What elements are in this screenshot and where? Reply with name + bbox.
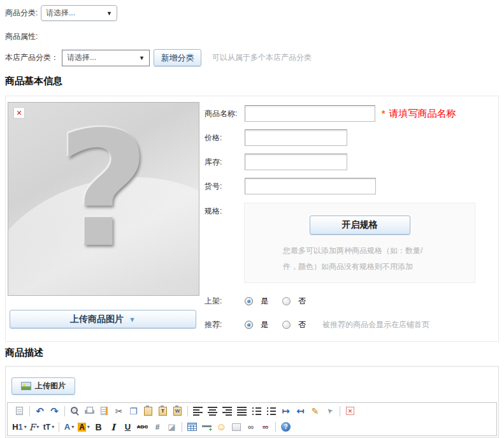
remove-format-icon[interactable]: ◪ (164, 421, 179, 434)
product-image-placeholder: ? ✕ (8, 102, 199, 296)
unordered-list-icon[interactable] (264, 405, 278, 418)
justify-icon[interactable] (234, 405, 249, 418)
price-row: 价格: (205, 129, 347, 146)
name-label: 商品名称: (205, 108, 245, 119)
chevron-down-icon: ▼ (129, 316, 136, 323)
category-row: 商品分类: 请选择... ▼ (5, 5, 117, 21)
category-select-value: 请选择... (46, 8, 75, 18)
product-edit-page: 商品分类: 请选择... ▼ 商品属性: 本店产品分类： 请选择... ▼ 新增… (0, 0, 504, 438)
toolbar-separator (29, 406, 30, 416)
onsale-no-label: 否 (298, 296, 306, 307)
spec-label: 规格: (205, 206, 245, 217)
preview-icon[interactable] (68, 405, 82, 418)
sku-row: 货号: (205, 178, 376, 194)
quick-edit-icon[interactable]: ✎ (308, 405, 322, 418)
upload-product-images-button[interactable]: 上传商品图片 ▼ (10, 310, 196, 328)
fullscreen-icon[interactable]: ✕ (343, 405, 357, 418)
ordered-list-icon[interactable] (249, 405, 264, 418)
strikethrough-icon[interactable]: ABC (135, 421, 150, 434)
line-height-icon[interactable]: # (150, 421, 164, 434)
upload-product-images-label: 上传商品图片 (70, 314, 124, 325)
recommend-no-radio[interactable] (282, 321, 291, 329)
source-icon[interactable] (12, 405, 27, 418)
remove-image-icon[interactable]: ✕ (13, 107, 25, 119)
toolbar-separator (64, 406, 65, 416)
toolbar-separator (275, 422, 276, 432)
recommend-yes-radio[interactable] (245, 321, 253, 329)
recommend-label: 推荐: (205, 319, 245, 330)
onsale-no-radio[interactable] (282, 297, 291, 305)
font-color-icon[interactable]: A▾ (62, 421, 76, 434)
price-input[interactable] (245, 129, 347, 146)
add-category-button[interactable]: 新增分类 (154, 49, 201, 66)
table-icon[interactable] (185, 421, 199, 434)
bold-icon[interactable]: B (91, 421, 106, 434)
description-panel: 上传图片 ↶ ↷ ✂ ❐ T W (5, 366, 499, 438)
media-icon[interactable] (229, 421, 243, 434)
onsale-yes-label: 是 (261, 296, 268, 307)
chevron-down-icon: ▼ (139, 55, 145, 61)
emoticon-icon[interactable]: ☺ (214, 421, 229, 434)
link-icon[interactable]: ∞ (243, 421, 258, 434)
editor-toolbar: ↶ ↷ ✂ ❐ T W ↦ ↤ ✎ ➤ (7, 402, 497, 436)
align-right-icon[interactable] (220, 405, 234, 418)
italic-icon[interactable]: I (106, 421, 120, 434)
spec-hint-line1: 您最多可以添加两种商品规格（如：数量/ (283, 243, 439, 259)
paste-text-icon[interactable]: T (155, 405, 170, 418)
category-label: 商品分类: (5, 8, 41, 18)
onsale-label: 上架: (205, 296, 245, 307)
onsale-yes-radio[interactable] (245, 297, 253, 305)
paste-word-icon[interactable]: W (170, 405, 185, 418)
upload-image-button[interactable]: 上传图片 (11, 377, 75, 395)
spec-hint: 您最多可以添加两种商品规格（如：数量/ 件，颜色）如商品没有规格则不用添加 (283, 243, 439, 275)
spec-label-row: 规格: (205, 203, 245, 219)
font-size-icon[interactable]: tT▾ (41, 421, 56, 434)
outdent-icon[interactable]: ↤ (293, 405, 308, 418)
store-category-label: 本店产品分类： (5, 52, 62, 63)
paste-icon[interactable] (141, 405, 155, 418)
store-category-select[interactable]: 请选择... ▼ (62, 50, 150, 66)
print-icon[interactable] (82, 405, 97, 418)
font-family-icon[interactable]: F▾ (27, 421, 41, 434)
select-all-icon[interactable]: ➤ (322, 405, 337, 418)
recommend-no-label: 否 (298, 319, 306, 330)
align-left-icon[interactable] (191, 405, 205, 418)
redo-icon[interactable]: ↷ (47, 405, 62, 418)
required-asterisk: * (382, 108, 385, 119)
help-icon[interactable]: ? (278, 421, 293, 434)
toolbar-separator (59, 422, 59, 432)
underline-icon[interactable]: U (120, 421, 135, 434)
copy-icon[interactable]: ❐ (126, 405, 141, 418)
attributes-label: 商品属性: (5, 31, 38, 42)
recommend-row: 推荐: 是 否 被推荐的商品会显示在店铺首页 (205, 316, 429, 333)
toolbar-row1: ↶ ↷ ✂ ❐ T W ↦ ↤ ✎ ➤ (8, 403, 496, 419)
cut-icon[interactable]: ✂ (112, 405, 126, 418)
template-icon[interactable] (97, 405, 112, 418)
store-category-hint: 可以从属于多个本店产品分类 (212, 52, 312, 63)
category-select[interactable]: 请选择... ▼ (41, 5, 117, 21)
insert-hr-icon[interactable] (199, 421, 214, 434)
stock-label: 库存: (205, 157, 245, 168)
indent-icon[interactable]: ↦ (278, 405, 293, 418)
enable-spec-button[interactable]: 开启规格 (310, 215, 410, 235)
toolbar-row2: H1▾ F▾ tT▾ A▾ A▾ B I U ABC # (8, 419, 496, 435)
heading-icon[interactable]: H1▾ (12, 421, 27, 434)
basic-info-title: 商品基本信息 (5, 75, 62, 87)
stock-row: 库存: (205, 154, 347, 170)
align-center-icon[interactable] (205, 405, 220, 418)
name-error-text: 请填写商品名称 (389, 108, 456, 120)
sku-input[interactable] (245, 178, 376, 194)
toolbar-separator (187, 406, 188, 416)
toolbar-separator (182, 422, 182, 432)
recommend-hint: 被推荐的商品会显示在店铺首页 (322, 319, 429, 330)
unlink-icon[interactable]: ∞ (258, 421, 273, 434)
stock-input[interactable] (245, 154, 347, 170)
basic-info-panel: ? ✕ 上传商品图片 ▼ 商品名称: * 请填写商品名称 价格: 库存: (5, 96, 499, 342)
spec-hint-line2: 件，颜色）如商品没有规格则不用添加 (283, 259, 439, 275)
sku-label: 货号: (205, 181, 245, 192)
question-mark-graphic: ? (8, 102, 199, 295)
product-name-input[interactable] (245, 105, 375, 122)
undo-icon[interactable]: ↶ (32, 405, 47, 418)
toolbar-separator (340, 406, 340, 416)
highlight-color-icon[interactable]: A▾ (76, 421, 91, 434)
